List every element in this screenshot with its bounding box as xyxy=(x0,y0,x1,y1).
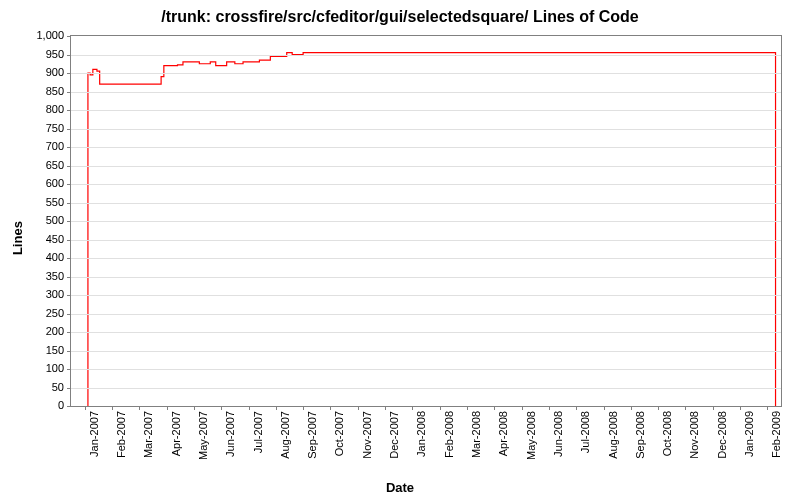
x-tick-label: Oct-2008 xyxy=(661,411,673,456)
x-tick-label: Nov-2008 xyxy=(688,411,700,459)
y-tick-label: 850 xyxy=(24,85,64,97)
x-tick-label: Jan-2008 xyxy=(415,411,427,457)
x-tick-label: Sep-2008 xyxy=(634,411,646,459)
y-tick-label: 350 xyxy=(24,270,64,282)
y-tick-label: 400 xyxy=(24,251,64,263)
x-tick-label: Oct-2007 xyxy=(333,411,345,456)
x-tick-label: Mar-2008 xyxy=(470,411,482,458)
x-tick-label: Dec-2008 xyxy=(716,411,728,459)
y-tick-label: 200 xyxy=(24,325,64,337)
x-tick-label: Aug-2007 xyxy=(279,411,291,459)
y-axis-title: Lines xyxy=(10,221,25,255)
x-tick-label: Feb-2009 xyxy=(770,411,782,458)
y-tick-label: 150 xyxy=(24,344,64,356)
x-tick-label: Jun-2008 xyxy=(552,411,564,457)
x-tick-label: Aug-2008 xyxy=(607,411,619,459)
x-tick-label: Jul-2008 xyxy=(579,411,591,453)
y-tick-label: 900 xyxy=(24,66,64,78)
x-tick-label: Jun-2007 xyxy=(224,411,236,457)
x-tick-label: Apr-2007 xyxy=(170,411,182,456)
x-tick-label: May-2008 xyxy=(525,411,537,460)
x-tick-label: Dec-2007 xyxy=(388,411,400,459)
x-tick-label: Jan-2007 xyxy=(88,411,100,457)
y-tick-label: 550 xyxy=(24,196,64,208)
x-tick-label: Feb-2008 xyxy=(443,411,455,458)
x-tick-label: Mar-2007 xyxy=(142,411,154,458)
plot-area xyxy=(70,35,782,407)
y-tick-label: 50 xyxy=(24,381,64,393)
x-tick-label: Feb-2007 xyxy=(115,411,127,458)
y-tick-label: 600 xyxy=(24,177,64,189)
x-tick-label: Jul-2007 xyxy=(252,411,264,453)
y-tick-label: 0 xyxy=(24,399,64,411)
y-tick-label: 100 xyxy=(24,362,64,374)
x-tick-label: Apr-2008 xyxy=(497,411,509,456)
x-tick-label: Jan-2009 xyxy=(743,411,755,457)
x-tick-label: Sep-2007 xyxy=(306,411,318,459)
y-tick-label: 500 xyxy=(24,214,64,226)
x-tick-label: May-2007 xyxy=(197,411,209,460)
x-tick-label: Nov-2007 xyxy=(361,411,373,459)
y-tick-label: 800 xyxy=(24,103,64,115)
y-tick-label: 750 xyxy=(24,122,64,134)
y-tick-label: 250 xyxy=(24,307,64,319)
chart-title: /trunk: crossfire/src/cfeditor/gui/selec… xyxy=(0,8,800,26)
y-tick-label: 450 xyxy=(24,233,64,245)
y-tick-label: 1,000 xyxy=(24,29,64,41)
x-axis-title: Date xyxy=(0,480,800,495)
chart-container: /trunk: crossfire/src/cfeditor/gui/selec… xyxy=(0,0,800,500)
y-tick-label: 700 xyxy=(24,140,64,152)
y-tick-label: 300 xyxy=(24,288,64,300)
y-tick-label: 650 xyxy=(24,159,64,171)
y-tick-label: 950 xyxy=(24,48,64,60)
